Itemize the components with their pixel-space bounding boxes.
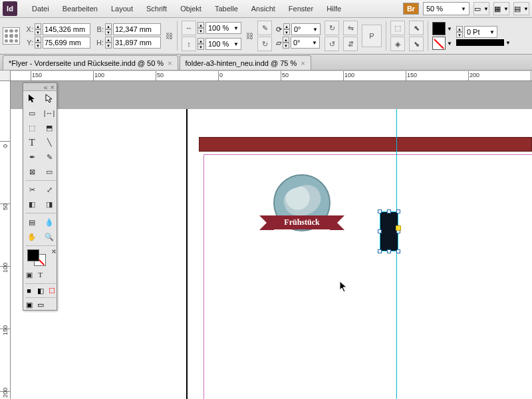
shear-icon: ▱ bbox=[276, 39, 281, 47]
p-icon[interactable]: P bbox=[362, 25, 382, 47]
red-header-bar[interactable] bbox=[199, 137, 532, 152]
toolbox-header[interactable]: «× bbox=[23, 83, 57, 91]
select-prev-icon[interactable]: ⬉ bbox=[409, 21, 424, 35]
stroke-swatch[interactable] bbox=[432, 37, 446, 50]
collapse-icon[interactable]: « bbox=[43, 83, 47, 91]
zoom-tool[interactable]: 🔍 bbox=[41, 229, 58, 244]
select-next-icon[interactable]: ⬊ bbox=[409, 37, 424, 51]
normal-view-icon[interactable]: ▣ bbox=[23, 299, 35, 310]
shear-input[interactable]: 0°▼ bbox=[291, 37, 320, 49]
preview-view-icon[interactable]: ▭ bbox=[35, 299, 46, 310]
content-placer-tool[interactable]: ⬒ bbox=[41, 120, 58, 135]
h-input[interactable]: 31,897 mm bbox=[113, 37, 161, 49]
apply-none-icon[interactable]: ☐ bbox=[46, 285, 57, 296]
app-icon: Id bbox=[3, 1, 17, 16]
screen-mode-button[interactable]: ▭▼ bbox=[473, 2, 489, 15]
workspace: 15010050050100150200250 050100150200 Frü… bbox=[0, 70, 532, 399]
stroke-weight-input[interactable]: 0 Pt▼ bbox=[464, 26, 497, 38]
tab-folder[interactable]: folder-a3-hinten_neu.indd @ 75 %× bbox=[180, 55, 311, 70]
select-container-icon[interactable]: ⬚ bbox=[390, 21, 405, 35]
h-label: H: bbox=[94, 39, 104, 47]
select-content-icon[interactable]: ◈ bbox=[390, 37, 405, 51]
tab-label: *Flyer - Vorderseite und Rückseite.indd … bbox=[9, 59, 164, 67]
fill-swatch[interactable] bbox=[432, 22, 446, 35]
zoom-level[interactable]: 50 %▼ bbox=[423, 2, 469, 15]
fruehstueck-badge[interactable]: Frühstück bbox=[270, 174, 333, 229]
constrain-wh-icon[interactable]: ⛓ bbox=[165, 24, 173, 48]
pencil-tool[interactable]: ✎ bbox=[41, 150, 58, 164]
selection-tool[interactable] bbox=[23, 91, 41, 106]
menu-fenster[interactable]: Fenster bbox=[282, 5, 320, 13]
gradient-swatch-tool[interactable]: ◧ bbox=[23, 197, 41, 211]
gap-tool[interactable]: |↔| bbox=[41, 106, 58, 120]
canvas[interactable]: Frühstück bbox=[11, 81, 532, 399]
menu-layout[interactable]: Layout bbox=[104, 5, 140, 13]
pen-tool[interactable]: ✒ bbox=[23, 150, 41, 164]
apply-color-icon[interactable]: ■ bbox=[23, 285, 35, 296]
menu-datei[interactable]: Datei bbox=[25, 5, 56, 13]
scale-y-input[interactable]: 100 %▼ bbox=[205, 38, 241, 50]
menubar: Id Datei Bearbeiten Layout Schrift Objek… bbox=[0, 0, 532, 18]
cursor-icon bbox=[339, 281, 348, 295]
stroke-style[interactable] bbox=[456, 39, 504, 46]
content-collector-tool[interactable]: ⬚ bbox=[23, 120, 41, 135]
page-edge bbox=[186, 109, 188, 399]
free-transform-tool[interactable]: ⤢ bbox=[41, 182, 58, 197]
w-input[interactable]: 12,347 mm bbox=[113, 23, 161, 35]
flip-h-icon[interactable]: ⇋ bbox=[343, 21, 358, 35]
note-tool[interactable]: ▤ bbox=[23, 215, 41, 229]
menu-hilfe[interactable]: Hilfe bbox=[320, 5, 348, 13]
line-tool[interactable]: ╲ bbox=[41, 135, 58, 150]
hand-tool[interactable]: ✋ bbox=[23, 229, 41, 244]
menu-objekt[interactable]: Objekt bbox=[174, 5, 208, 13]
menu-ansicht[interactable]: Ansicht bbox=[245, 5, 282, 13]
menu-tabelle[interactable]: Tabelle bbox=[208, 5, 245, 13]
menu-bearbeiten[interactable]: Bearbeiten bbox=[56, 5, 104, 13]
horizontal-ruler[interactable]: 15010050050100150200250 bbox=[11, 70, 532, 81]
formatting-text-icon[interactable]: T bbox=[35, 267, 46, 282]
direct-selection-tool[interactable] bbox=[41, 91, 58, 106]
scissors-tool[interactable]: ✂ bbox=[23, 182, 41, 197]
constrain-scale-icon[interactable]: ⛓ bbox=[245, 24, 253, 48]
x-input[interactable]: 145,326 mm bbox=[43, 23, 90, 35]
x-label: X: bbox=[24, 25, 33, 33]
arrange-button[interactable]: ▦▼ bbox=[493, 2, 509, 15]
formatting-container-icon[interactable]: ▣ bbox=[23, 267, 35, 282]
page-tool[interactable]: ▭ bbox=[23, 106, 41, 120]
live-corner-widget[interactable] bbox=[396, 225, 401, 231]
rotate-input[interactable]: 0°▼ bbox=[291, 23, 321, 35]
cyan-guide[interactable] bbox=[396, 109, 397, 399]
flip-v-icon[interactable]: ⇵ bbox=[343, 37, 358, 51]
eyedropper-tool[interactable]: 💧 bbox=[41, 215, 58, 229]
y-input[interactable]: 75,699 mm bbox=[43, 37, 90, 49]
chevron-down-icon: ▼ bbox=[461, 6, 466, 12]
scale-x-input[interactable]: 100 %▼ bbox=[205, 22, 241, 34]
workspace-button[interactable]: ▤▼ bbox=[513, 2, 529, 15]
type-tool[interactable]: T bbox=[23, 135, 41, 150]
close-icon[interactable]: × bbox=[301, 59, 305, 67]
fill-stroke-proxy[interactable]: ⤭ bbox=[23, 247, 58, 267]
gradient-feather-tool[interactable]: ◨ bbox=[41, 197, 58, 211]
menu-schrift[interactable]: Schrift bbox=[140, 5, 174, 13]
reference-point[interactable] bbox=[3, 27, 20, 45]
transform-again-icon[interactable]: ↻ bbox=[257, 37, 272, 51]
rotate-cw-icon[interactable]: ↻ bbox=[325, 21, 339, 35]
zoom-value: 50 % bbox=[426, 5, 443, 13]
close-icon[interactable]: × bbox=[168, 59, 172, 67]
tab-flyer[interactable]: *Flyer - Vorderseite und Rückseite.indd … bbox=[3, 55, 178, 70]
rectangle-tool[interactable]: ▭ bbox=[41, 164, 58, 179]
swap-icon[interactable]: ⤭ bbox=[51, 248, 57, 255]
vertical-ruler[interactable]: 050100150200 bbox=[0, 81, 11, 399]
bridge-button[interactable]: Br bbox=[403, 3, 419, 15]
apply-gradient-icon[interactable]: ◧ bbox=[35, 285, 46, 296]
toolbox: «× ▭ |↔| ⬚ ⬒ T ╲ ✒ ✎ ⊠ ▭ ✂ ⤢ ◧ ◨ ▤ 💧 ✋ 🔍 bbox=[23, 82, 57, 311]
rotate-ccw-icon[interactable]: ↺ bbox=[325, 37, 339, 51]
close-icon[interactable]: × bbox=[51, 83, 55, 91]
clear-transform-icon[interactable]: ✎ bbox=[257, 21, 272, 35]
ruler-origin[interactable] bbox=[0, 70, 11, 81]
scale-y-icon: ↕ bbox=[182, 37, 196, 51]
selected-object[interactable] bbox=[380, 211, 398, 251]
y-label: Y: bbox=[24, 39, 33, 47]
rotate-icon: ⟳ bbox=[276, 25, 282, 34]
rectangle-frame-tool[interactable]: ⊠ bbox=[23, 164, 41, 179]
